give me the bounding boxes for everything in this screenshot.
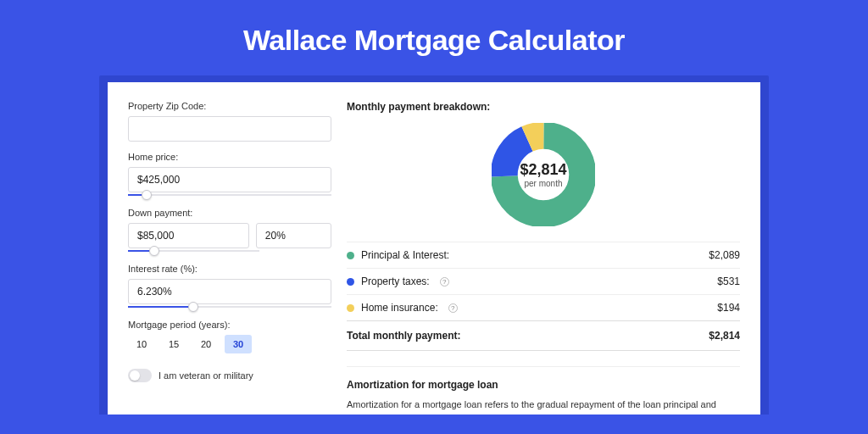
breakdown-row: Property taxes:?$531: [347, 268, 740, 294]
veteran-label: I am veteran or military: [159, 370, 253, 381]
interest-rate-label: Interest rate (%):: [128, 264, 331, 274]
home-price-label: Home price:: [128, 152, 331, 162]
amortization-title: Amortization for mortgage loan: [347, 379, 740, 391]
veteran-row: I am veteran or military: [128, 369, 331, 382]
legend-dot: [347, 278, 354, 286]
total-label: Total monthly payment:: [347, 330, 460, 342]
help-icon[interactable]: ?: [440, 277, 449, 287]
period-option-30[interactable]: 30: [225, 335, 252, 353]
down-payment-row: [128, 223, 331, 248]
breakdown-title: Monthly payment breakdown:: [347, 101, 740, 113]
veteran-toggle[interactable]: [128, 369, 152, 382]
donut-chart: $2,814 per month: [347, 123, 740, 226]
period-option-10[interactable]: 10: [128, 335, 155, 353]
breakdown-panel: Monthly payment breakdown: $2,814 per mo…: [347, 101, 740, 415]
period-options: 10152030: [128, 335, 331, 353]
down-payment-percent-input[interactable]: [256, 223, 331, 248]
donut-sub: per month: [520, 179, 566, 188]
down-payment-label: Down payment:: [128, 208, 331, 218]
period-option-15[interactable]: 15: [160, 335, 187, 353]
period-option-20[interactable]: 20: [192, 335, 220, 353]
zip-row: [128, 116, 331, 142]
down-payment-slider[interactable]: [128, 250, 259, 252]
page-title: Wallace Mortgage Calculator: [0, 0, 868, 75]
total-row: Total monthly payment: $2,814: [347, 320, 740, 351]
down-payment-amount-input[interactable]: [128, 223, 249, 248]
amortization-text: Amortization for a mortgage loan refers …: [347, 398, 740, 415]
home-price-row: [128, 167, 331, 192]
total-value: $2,814: [709, 330, 740, 342]
calculator-body: Property Zip Code: Home price: Down paym…: [108, 82, 760, 415]
breakdown-value: $194: [717, 302, 740, 314]
zip-label: Property Zip Code:: [128, 101, 331, 111]
breakdown-row: Home insurance:?$194: [347, 294, 740, 320]
breakdown-row: Principal & Interest:$2,089: [347, 242, 740, 268]
period-label: Mortgage period (years):: [128, 320, 331, 330]
donut-center: $2,814 per month: [520, 161, 566, 188]
donut-amount: $2,814: [520, 161, 566, 179]
legend-dot: [347, 252, 354, 259]
breakdown-label: Home insurance:: [361, 302, 438, 314]
zip-input[interactable]: [128, 116, 331, 142]
breakdown-value: $531: [717, 275, 740, 287]
interest-rate-slider[interactable]: [128, 306, 331, 308]
breakdown-label: Principal & Interest:: [361, 249, 449, 261]
amortization-section: Amortization for mortgage loan Amortizat…: [347, 366, 740, 415]
home-price-input[interactable]: [128, 167, 331, 192]
breakdown-label: Property taxes:: [361, 275, 430, 287]
calculator-card: Property Zip Code: Home price: Down paym…: [99, 75, 769, 415]
inputs-panel: Property Zip Code: Home price: Down paym…: [128, 101, 331, 415]
breakdown-value: $2,089: [709, 249, 740, 261]
legend-dot: [347, 304, 354, 312]
interest-rate-input[interactable]: [128, 279, 331, 304]
home-price-slider[interactable]: [128, 194, 331, 196]
help-icon[interactable]: ?: [448, 303, 458, 313]
interest-rate-row: [128, 279, 331, 304]
